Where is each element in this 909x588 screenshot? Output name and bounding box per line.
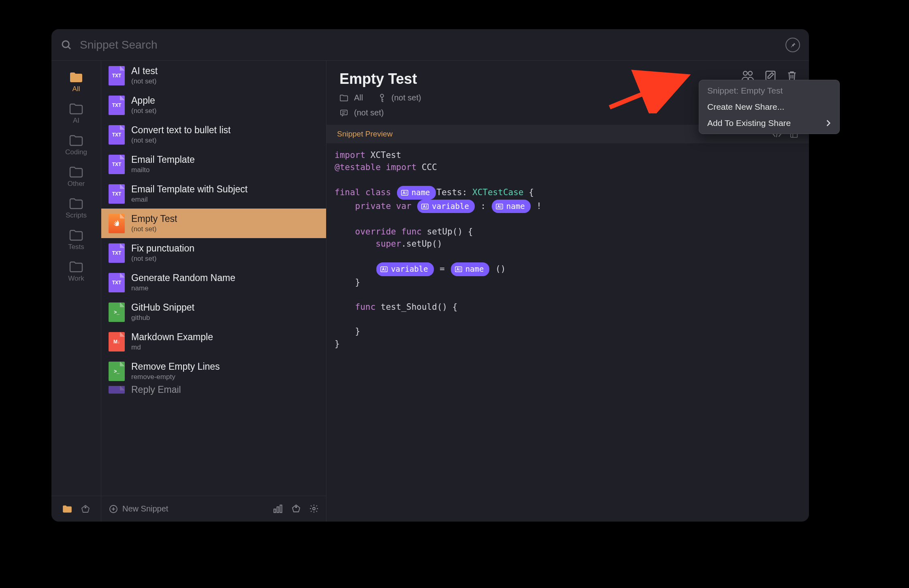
chevron-right-icon	[826, 119, 831, 127]
folder-icon	[69, 134, 83, 147]
snippet-title: Apple	[131, 95, 156, 106]
code-token: private	[355, 201, 391, 211]
folder-item-coding[interactable]: Coding	[51, 130, 101, 159]
snippet-item[interactable]: TXT Fix punctuation (not set)	[101, 238, 326, 268]
folder-label: AI	[73, 117, 79, 125]
folder-icon	[69, 166, 83, 178]
add-folder-icon[interactable]	[62, 505, 73, 513]
folder-item-scripts[interactable]: Scripts	[51, 194, 101, 222]
folder-icon	[69, 71, 83, 83]
menu-add-existing-share[interactable]: Add To Existing Share	[699, 115, 839, 131]
file-txt-icon: TXT	[109, 125, 125, 145]
pin-button[interactable]	[785, 38, 800, 52]
svg-point-11	[380, 94, 384, 97]
code-token: {	[452, 302, 458, 312]
search-icon	[60, 39, 73, 51]
snippet-list-footer: New Snippet	[101, 496, 326, 522]
file-md-icon: M↓	[109, 332, 125, 352]
code-token: final	[335, 187, 360, 197]
folder-icon	[69, 103, 83, 115]
svg-rect-8	[280, 505, 282, 512]
snippet-item[interactable]: TXT Convert text to bullet list (not set…	[101, 120, 326, 149]
folders-footer	[51, 496, 101, 522]
folder-item-work[interactable]: Work	[51, 257, 101, 285]
app-window: All AI Coding Other Scripts Tests	[51, 29, 809, 522]
snippet-item[interactable]: TXT Apple (not set)	[101, 90, 326, 120]
snippet-list[interactable]: TXT AI test (not set) TXT Apple (not set…	[101, 61, 326, 496]
file-sh-icon: >_	[109, 362, 125, 381]
file-txt-icon	[109, 386, 125, 394]
placeholder-chip[interactable]: name	[492, 200, 531, 213]
preview-label: Snippet Preview	[337, 130, 393, 138]
folder-item-all[interactable]: All	[51, 67, 101, 96]
code-token: import	[335, 150, 365, 160]
snippet-item[interactable]: TXT Generate Random Name name	[101, 268, 326, 297]
code-token: XCTest	[371, 150, 401, 160]
code-token: !	[536, 201, 542, 211]
folder-item-other[interactable]: Other	[51, 162, 101, 190]
code-token: var	[396, 201, 412, 211]
folder-label: Work	[68, 275, 84, 283]
placeholder-chip[interactable]: variable	[417, 200, 475, 213]
snippet-item[interactable]: >_ GitHub Snippet github	[101, 297, 326, 327]
code-token: setUp()	[427, 227, 463, 236]
snippet-item[interactable]: TXT Email Template mailto	[101, 149, 326, 179]
svg-rect-20	[766, 71, 775, 81]
plus-circle-icon	[109, 504, 118, 514]
menu-create-share[interactable]: Create New Share...	[699, 99, 839, 115]
code-token: test_Should()	[381, 302, 447, 312]
code-preview[interactable]: import XCTest @testable import CCC final…	[326, 143, 809, 522]
snippet-item-selected[interactable]: Empty Test (not set)	[101, 209, 326, 238]
svg-point-9	[296, 506, 297, 507]
snippet-title: Markdown Example	[131, 332, 213, 343]
main-area: All AI Coding Other Scripts Tests	[51, 61, 809, 522]
placeholder-chip[interactable]: name	[451, 262, 490, 276]
new-snippet-button[interactable]: New Snippet	[109, 504, 168, 514]
file-txt-icon: TXT	[109, 66, 125, 85]
menu-header: Snippet: Empty Test	[699, 83, 839, 99]
code-token: ()	[495, 264, 506, 274]
gear-icon[interactable]	[309, 504, 319, 513]
code-token: }	[355, 277, 361, 287]
search-bar	[51, 29, 809, 61]
snippet-item[interactable]: TXT Email Template with Subject email	[101, 179, 326, 209]
svg-point-2	[85, 507, 86, 508]
folder-item-ai[interactable]: AI	[51, 99, 101, 127]
snippet-title: AI test	[131, 66, 158, 77]
placeholder-chip[interactable]: name	[397, 186, 436, 200]
stats-icon[interactable]	[273, 504, 283, 514]
search-input[interactable]	[80, 38, 778, 51]
snippet-subtitle: (not set)	[131, 136, 230, 145]
folder-icon	[69, 261, 83, 273]
folder-sidebar: All AI Coding Other Scripts Tests	[51, 61, 101, 522]
snippet-title: Reply Email	[131, 386, 181, 395]
code-token: XCTestCase	[472, 187, 523, 197]
svg-point-18	[743, 71, 747, 75]
code-token: .setUp()	[401, 239, 442, 249]
snippet-subtitle: (not set)	[131, 255, 194, 263]
file-txt-icon: TXT	[109, 184, 125, 204]
snippet-item[interactable]: >_ Remove Empty Lines remove-empty	[101, 356, 326, 386]
file-txt-icon: TXT	[109, 273, 125, 292]
folder-icon	[339, 94, 348, 102]
folder-icon	[69, 198, 83, 210]
tag-icon[interactable]	[291, 504, 301, 513]
code-token: @testable	[335, 162, 381, 172]
code-token: :	[481, 201, 486, 211]
snippet-item[interactable]: TXT AI test (not set)	[101, 61, 326, 90]
placeholder-chip[interactable]: variable	[376, 262, 434, 276]
code-token: {	[529, 187, 534, 197]
snippet-subtitle: mailto	[131, 166, 195, 174]
snippet-item[interactable]: Reply Email	[101, 386, 326, 396]
tag-icon[interactable]	[81, 504, 90, 514]
code-token: func	[401, 227, 422, 236]
svg-point-10	[313, 507, 315, 510]
snippet-item[interactable]: M↓ Markdown Example md	[101, 327, 326, 356]
code-token: {	[468, 227, 473, 236]
file-swift-icon	[109, 214, 125, 233]
svg-rect-6	[274, 509, 275, 513]
file-txt-icon: TXT	[109, 155, 125, 174]
snippet-subtitle: github	[131, 314, 194, 322]
svg-rect-7	[277, 507, 279, 512]
folder-item-tests[interactable]: Tests	[51, 225, 101, 254]
